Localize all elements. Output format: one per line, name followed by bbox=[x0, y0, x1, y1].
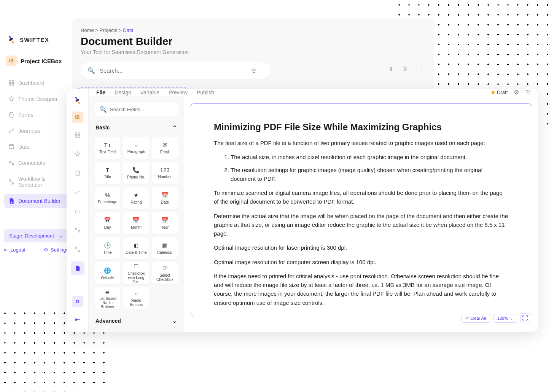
field-card-calendar[interactable]: ▦Calendar bbox=[152, 237, 178, 259]
tab-preview[interactable]: Preview bbox=[169, 89, 188, 96]
settings-gear-icon[interactable]: ⚙ bbox=[514, 89, 519, 96]
field-label: Email bbox=[160, 150, 170, 154]
doc-p4: Optimal image resolution for laser print… bbox=[214, 243, 508, 252]
breadcrumb-home[interactable]: Home bbox=[81, 27, 94, 33]
download-icon[interactable]: ⬇ bbox=[388, 65, 393, 73]
sidebar-item-document-builder[interactable]: Document Builder bbox=[4, 194, 68, 208]
mini-forms-icon[interactable] bbox=[71, 166, 84, 180]
mini-project-avatar[interactable]: IB bbox=[72, 112, 83, 123]
field-card-website[interactable]: 🌐Website bbox=[95, 262, 120, 284]
field-label: Month bbox=[131, 225, 142, 229]
search-input[interactable] bbox=[100, 67, 264, 74]
sidebar-item-workflow[interactable]: Workflow & Scheduler bbox=[4, 172, 68, 192]
brand-name: SWIFTEX bbox=[20, 37, 49, 43]
logout-icon: ⇤ bbox=[4, 247, 8, 253]
expand-icon[interactable]: ⛶ bbox=[416, 65, 422, 73]
field-card-phone-no-[interactable]: 📞Phone No. bbox=[123, 162, 149, 184]
mini-dashboard-icon[interactable] bbox=[71, 128, 84, 142]
field-icon: ▦ bbox=[162, 242, 167, 249]
breadcrumb-mid[interactable]: Projects bbox=[100, 27, 118, 33]
search-icon: 🔍 bbox=[99, 106, 107, 113]
mini-theme-icon[interactable] bbox=[71, 147, 84, 161]
field-icon: ★ bbox=[134, 192, 138, 199]
field-card-rating[interactable]: ★Rating bbox=[123, 187, 149, 209]
tab-variable[interactable]: Variable bbox=[140, 89, 159, 96]
refresh-icon: ⟳ bbox=[465, 316, 469, 321]
field-card-paragraph[interactable]: ≡Paragraph bbox=[123, 137, 149, 159]
section-basic-header[interactable]: Basic ⌃ bbox=[95, 122, 178, 133]
search-icon: 🔍 bbox=[88, 67, 95, 74]
field-card-number[interactable]: 123Number bbox=[152, 162, 178, 184]
field-label: Date & Time bbox=[126, 250, 146, 255]
help-icon[interactable]: ?⃝ bbox=[525, 89, 531, 96]
field-icon: ○ bbox=[134, 290, 138, 297]
breadcrumb-current: Data bbox=[123, 27, 133, 33]
field-card-radio-buttons[interactable]: ○Radio Buttons bbox=[123, 287, 149, 309]
field-icon: 📅 bbox=[132, 217, 140, 224]
search-input-wrap[interactable]: 🔍 bbox=[81, 62, 271, 79]
stage-selector[interactable]: Stage: Development ⌄ bbox=[4, 229, 68, 242]
doc-p5: Optimal image resolution for computer sc… bbox=[214, 258, 508, 266]
sidebar-item-forms[interactable]: Forms bbox=[4, 108, 68, 122]
zoom-selector[interactable]: 100% ⌄ bbox=[493, 314, 517, 323]
field-card-select-checkbox[interactable]: ☑Select Checkbox bbox=[152, 262, 178, 284]
field-card-month[interactable]: 📅Month bbox=[123, 212, 149, 234]
svg-rect-19 bbox=[78, 135, 80, 137]
mini-document-builder-icon[interactable] bbox=[71, 261, 84, 275]
sidebar-item-label: Data bbox=[18, 144, 30, 150]
field-card-checkbox-with-long-text[interactable]: ☐Checkbox with Long Text bbox=[123, 262, 149, 284]
section-advanced-header[interactable]: Advanced ⌄ bbox=[95, 316, 178, 326]
field-card-day[interactable]: 📅Day bbox=[95, 212, 120, 234]
field-card-time[interactable]: 🕒Time bbox=[95, 237, 120, 259]
fields-search-input[interactable] bbox=[110, 107, 174, 112]
tab-design[interactable]: Design bbox=[115, 89, 131, 96]
svg-rect-16 bbox=[75, 133, 77, 135]
mini-logout-icon[interactable]: ⇤ bbox=[71, 312, 84, 326]
sidebar-item-label: Workflow & Scheduler bbox=[18, 176, 64, 188]
sidebar-item-dashboard[interactable]: Dashboard bbox=[4, 76, 68, 90]
sidebar-item-theme-designer[interactable]: Theme Designer bbox=[4, 92, 68, 106]
trash-icon[interactable]: 🗑 bbox=[402, 65, 408, 73]
chevron-up-icon: ⌃ bbox=[172, 124, 177, 131]
mini-connectors-icon[interactable] bbox=[71, 223, 84, 237]
mini-stage-letter[interactable]: D bbox=[72, 296, 83, 307]
mini-data-icon[interactable] bbox=[71, 204, 84, 218]
svg-rect-17 bbox=[78, 133, 80, 135]
field-card-year[interactable]: 📅Year bbox=[152, 212, 178, 234]
fullscreen-button[interactable]: ⛶ bbox=[520, 313, 530, 323]
filter-icon[interactable] bbox=[250, 67, 257, 76]
field-card-percentage[interactable]: %Percentage bbox=[95, 187, 120, 209]
sidebar-item-data[interactable]: Data bbox=[4, 140, 68, 154]
logout-button[interactable]: ⇤ Logout bbox=[4, 247, 25, 253]
sidebar-item-journeys[interactable]: Journeys bbox=[4, 124, 68, 138]
field-card-email[interactable]: ✉Email bbox=[152, 137, 178, 159]
sidebar-item-label: Journeys bbox=[18, 128, 40, 134]
clear-all-button[interactable]: ⟳ Clear All bbox=[461, 314, 490, 323]
status-label: Draft bbox=[497, 89, 508, 95]
project-selector[interactable]: IB Project ICEBox bbox=[4, 53, 68, 69]
settings-button[interactable]: ⚙ Settings bbox=[44, 247, 68, 253]
field-card-date[interactable]: 📅Date bbox=[152, 187, 178, 209]
tab-file[interactable]: File bbox=[96, 89, 105, 96]
sidebar-item-label: Connectors bbox=[18, 160, 46, 166]
svg-rect-23 bbox=[78, 231, 80, 232]
field-card-date-time[interactable]: ◐Date & Time bbox=[123, 237, 149, 259]
field-card-title[interactable]: TTitle bbox=[95, 162, 120, 184]
field-label: Time bbox=[103, 250, 112, 255]
field-label: Date bbox=[161, 200, 169, 204]
sidebar-item-connectors[interactable]: Connectors bbox=[4, 156, 68, 170]
tab-publish[interactable]: Publish bbox=[197, 89, 214, 96]
field-card-text-field[interactable]: TᴛText Field bbox=[95, 137, 120, 159]
doc-li2: The resolution settings for graphic imag… bbox=[231, 166, 508, 183]
brand: SWIFTEX bbox=[4, 30, 68, 53]
page-title: Document Builder bbox=[81, 35, 425, 48]
fields-search-wrap[interactable]: 🔍 bbox=[95, 102, 178, 116]
mini-journeys-icon[interactable] bbox=[71, 185, 84, 199]
document-canvas[interactable]: Minimizing PDF File Size While Maximizin… bbox=[190, 103, 532, 316]
field-label: Checkbox with Long Text bbox=[125, 271, 147, 284]
mini-workflow-icon[interactable] bbox=[71, 242, 84, 256]
sidebar-item-label: Dashboard bbox=[18, 80, 45, 86]
field-icon: 📅 bbox=[104, 217, 111, 224]
field-label: Title bbox=[104, 175, 111, 179]
field-card-list-based-radio-buttons[interactable]: ≣List Based Radio Buttons bbox=[95, 287, 120, 309]
